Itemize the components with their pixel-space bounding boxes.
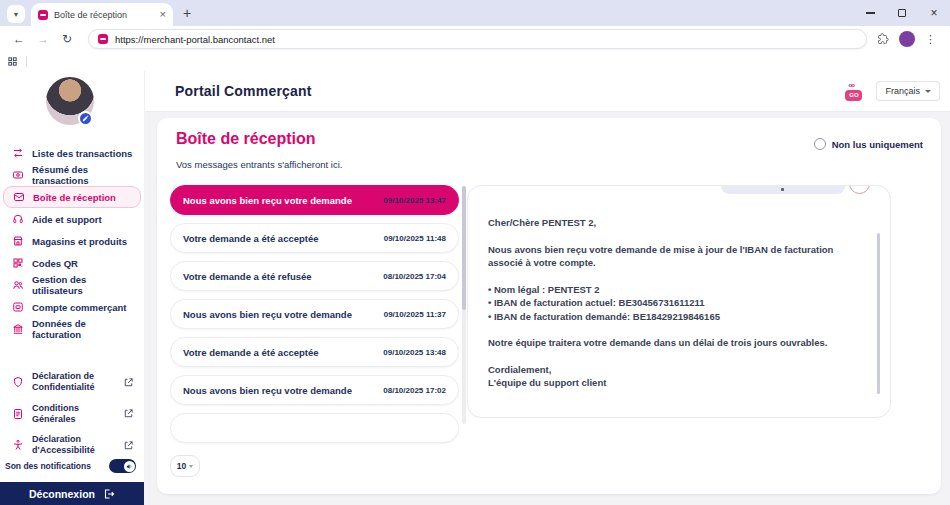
- privacy-declaration-link[interactable]: Déclaration de Confidentialité: [0, 371, 144, 394]
- browser-profile-avatar[interactable]: [899, 31, 915, 47]
- browser-tab[interactable]: Boîte de réception ×: [31, 3, 173, 26]
- detail-scrollbar[interactable]: [877, 233, 880, 394]
- chevron-down-icon: [189, 465, 193, 468]
- headset-icon: [12, 213, 24, 225]
- list-item[interactable]: Votre demande a été acceptée 09/10/2025 …: [170, 223, 459, 253]
- detail-action-circle[interactable]: [849, 185, 870, 194]
- sidebar-item-label: Données de facturation: [32, 318, 136, 340]
- unread-only-filter[interactable]: Non lus uniquement: [814, 138, 923, 150]
- language-value: Français: [885, 86, 920, 96]
- message-detail-pane: Cher/Chère PENTEST 2, Nous avons bien re…: [467, 185, 891, 418]
- bancontact-favicon: [38, 10, 48, 20]
- radio-icon[interactable]: [814, 138, 826, 150]
- site-favicon: [98, 34, 108, 44]
- minimize-button[interactable]: [854, 0, 886, 26]
- id-card-icon: [12, 301, 24, 313]
- external-link-icon: [123, 408, 134, 419]
- logout-label: Déconnexion: [29, 488, 95, 500]
- address-bar[interactable]: https://merchant-portal.bancontact.net: [88, 29, 867, 49]
- window-controls: ×: [854, 0, 950, 26]
- tab-close-icon[interactable]: ×: [160, 9, 166, 20]
- message-date: 09/10/2025 11:37: [384, 310, 446, 319]
- tab-strip: ▼ Boîte de réception × + ×: [0, 0, 950, 26]
- sidebar-item-label: Codes QR: [32, 258, 78, 269]
- page-size-selector[interactable]: 10: [170, 455, 200, 477]
- content-area: Boîte de réception Vos messages entrants…: [145, 112, 950, 505]
- tab-search-button[interactable]: ▼: [7, 5, 25, 23]
- message-date: 09/10/2025 11:48: [384, 234, 446, 243]
- list-item-partial[interactable]: [170, 413, 459, 443]
- sidebar-item-user-management[interactable]: Gestion des utilisateurs: [0, 274, 144, 296]
- footer-link-label: Déclaration d'Accessibilité: [32, 434, 115, 457]
- merchant-portal-app: Liste des transactions Résumé des transa…: [0, 71, 950, 505]
- external-link-icon: [123, 377, 134, 388]
- sidebar-item-qr-codes[interactable]: Codes QR: [0, 252, 144, 274]
- list-item[interactable]: Votre demande a été refusée 08/10/2025 1…: [170, 261, 459, 291]
- toolbar-right: ⋮: [877, 31, 942, 47]
- list-item[interactable]: Nous avons bien reçu votre demande 09/10…: [170, 185, 459, 215]
- browser-toolbar: ← → ↻ https://merchant-portal.bancontact…: [0, 26, 950, 52]
- message-closing: Cordialement,: [488, 363, 856, 377]
- footer-link-label: Conditions Générales: [32, 403, 115, 426]
- sidebar-item-transactions-summary[interactable]: Résumé des transactions: [0, 164, 144, 186]
- sidebar-item-merchant-account[interactable]: Compte commerçant: [0, 296, 144, 318]
- notification-sound-toggle[interactable]: [109, 459, 136, 473]
- accessibility-icon: [12, 439, 24, 451]
- qr-code-icon: [12, 257, 24, 269]
- sidebar-item-billing-data[interactable]: Données de facturation: [0, 318, 144, 340]
- extensions-icon[interactable]: [877, 33, 889, 45]
- sidebar-item-help-support[interactable]: Aide et support: [0, 208, 144, 230]
- reload-icon[interactable]: ↻: [56, 32, 78, 46]
- sidebar: Liste des transactions Résumé des transa…: [0, 71, 145, 505]
- message-date: 08/10/2025 17:04: [383, 272, 446, 281]
- sidebar-item-stores-products[interactable]: Magasins et produits: [0, 230, 144, 252]
- inbox-subtitle: Vos messages entrants s'afficheront ici.: [176, 159, 342, 170]
- list-item[interactable]: Nous avons bien reçu votre demande 08/10…: [170, 375, 459, 405]
- message-greeting: Cher/Chère PENTEST 2,: [488, 216, 856, 230]
- forward-icon[interactable]: →: [32, 32, 54, 46]
- edit-avatar-icon[interactable]: [78, 111, 93, 126]
- page-title: Portail Commerçant: [175, 83, 312, 99]
- sidebar-item-transactions-list[interactable]: Liste des transactions: [0, 142, 144, 164]
- footer-link-label: Déclaration de Confidentialité: [32, 371, 115, 394]
- sidebar-item-label: Boîte de réception: [33, 192, 116, 203]
- message-title: Nous avons bien reçu votre demande: [183, 309, 352, 320]
- sidebar-nav: Liste des transactions Résumé des transa…: [0, 142, 144, 340]
- back-icon[interactable]: ←: [8, 32, 30, 46]
- swap-arrows-icon: [12, 147, 24, 159]
- url-text: https://merchant-portal.bancontact.net: [115, 34, 275, 45]
- banknote-icon: [12, 169, 24, 181]
- message-body: Cher/Chère PENTEST 2, Nous avons bien re…: [488, 216, 856, 390]
- bancontact-logo: oo GO: [844, 82, 864, 101]
- message-title: Votre demande a été acceptée: [183, 347, 319, 358]
- bank-icon: [12, 323, 24, 335]
- detail-action-pill[interactable]: [721, 185, 845, 194]
- message-closing: L'équipe du support client: [488, 376, 856, 390]
- logout-button[interactable]: Déconnexion: [0, 482, 144, 505]
- speaker-icon: [124, 461, 135, 472]
- main-area: Portail Commerçant oo GO Français Boîte …: [145, 71, 950, 505]
- sidebar-item-label: Résumé des transactions: [32, 164, 136, 186]
- shield-icon: [12, 376, 24, 388]
- browser-chrome: ▼ Boîte de réception × + × ← → ↻ https:/…: [0, 0, 950, 71]
- message-title: Nous avons bien reçu votre demande: [183, 195, 352, 206]
- list-scrollbar-thumb[interactable]: [462, 186, 466, 310]
- list-scrollbar[interactable]: [462, 186, 466, 424]
- sidebar-item-inbox[interactable]: Boîte de réception: [3, 186, 141, 208]
- terms-conditions-link[interactable]: Conditions Générales: [0, 403, 144, 426]
- message-date: 09/10/2025 13:48: [383, 348, 446, 357]
- browser-menu-icon[interactable]: ⋮: [925, 33, 936, 46]
- new-tab-button[interactable]: +: [183, 5, 191, 21]
- message-date: 09/10/2025 13:47: [383, 196, 446, 205]
- accessibility-declaration-link[interactable]: Déclaration d'Accessibilité: [0, 434, 144, 457]
- app-header: Portail Commerçant oo GO Français: [145, 71, 950, 112]
- list-item[interactable]: Votre demande a été acceptée 09/10/2025 …: [170, 337, 459, 367]
- sidebar-item-label: Compte commerçant: [32, 302, 127, 313]
- restore-button[interactable]: [886, 0, 918, 26]
- message-title: Votre demande a été acceptée: [183, 233, 319, 244]
- close-button[interactable]: ×: [918, 0, 950, 26]
- apps-grid-icon[interactable]: [7, 56, 18, 67]
- list-item[interactable]: Nous avons bien reçu votre demande 09/10…: [170, 299, 459, 329]
- message-paragraph: Notre équipe traitera votre demande dans…: [488, 336, 856, 350]
- language-selector[interactable]: Français: [876, 81, 940, 101]
